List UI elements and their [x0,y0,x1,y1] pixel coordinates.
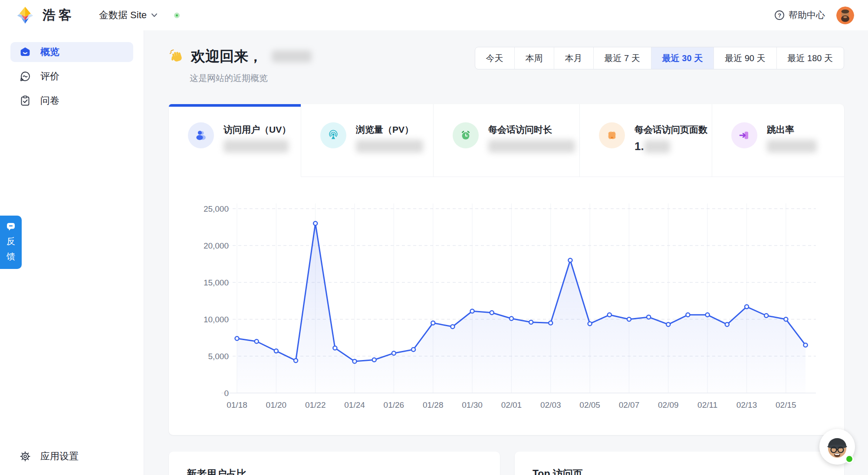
uv-trend-chart-area: 05,00010,00015,00020,00025,00001/1801/20… [169,177,844,435]
sidebar-item-label: 概览 [40,46,59,59]
stat-tab-pv[interactable]: 浏览量（PV） [301,104,434,177]
page-title: 欢迎回来， [169,47,312,66]
sidebar-item-reviews[interactable]: 评价 [10,66,133,86]
svg-text:25,000: 25,000 [204,204,229,213]
sidebar-item-app-settings[interactable]: 应用设置 [10,446,133,466]
new-vs-returning-users-panel: 新老用户占比 [169,452,500,475]
online-status-dot [845,455,854,463]
time-range-30-days[interactable]: 最近 30 天 [651,47,713,69]
svg-text:10,000: 10,000 [204,315,229,324]
svg-text:02/13: 02/13 [736,400,757,409]
stat-label: 每会话访问页面数 [635,124,707,136]
svg-text:01/30: 01/30 [462,400,483,409]
svg-text:01/22: 01/22 [305,400,326,409]
chevron-down-icon [151,13,158,17]
stat-tab-uv[interactable]: 访问用户（UV） [169,104,301,177]
svg-text:20,000: 20,000 [204,241,229,250]
svg-text:?: ? [778,12,781,19]
masked-stat-value [767,140,817,153]
sidebar-item-label: 评价 [40,70,59,83]
panel-title: 新老用户占比 [187,467,500,475]
feedback-label-char: 馈 [7,251,15,262]
page-subtitle: 这是网站的近期概览 [169,72,312,84]
user-avatar[interactable] [836,7,854,24]
svg-text:15,000: 15,000 [204,278,229,287]
svg-text:01/28: 01/28 [423,400,444,409]
time-range-7-days[interactable]: 最近 7 天 [593,47,651,69]
feedback-tab[interactable]: 反 馈 [0,216,22,269]
overview-card: 访问用户（UV） 浏览量（PV） [169,104,844,435]
feedback-label-char: 反 [7,236,15,247]
stat-label: 访问用户（UV） [224,124,291,136]
help-center-link[interactable]: ? 帮助中心 [774,9,825,21]
masked-stat-value [356,140,423,153]
stat-tab-bounce-rate[interactable]: 跳出率 [712,104,844,177]
masked-stat-value [224,140,289,153]
time-range-90-days[interactable]: 最近 90 天 [713,47,776,69]
chat-bubble-icon [19,71,31,82]
exit-arrow-icon [731,122,757,148]
main-content: 欢迎回来， 这是网站的近期概览 今天 本周 本月 最近 7 天 最近 30 天 … [144,30,868,475]
svg-text:01/18: 01/18 [227,400,247,409]
sidebar-item-surveys[interactable]: 问卷 [10,91,133,111]
masked-stat-value [488,140,575,153]
site-online-status-dot [174,13,180,18]
svg-text:01/24: 01/24 [344,400,365,409]
uv-trend-chart: 05,00010,00015,00020,00025,00001/1801/20… [169,177,844,435]
stat-tabs: 访问用户（UV） 浏览量（PV） [169,104,844,177]
feedback-chat-icon [6,221,16,232]
brand-name: 浩客 [43,7,75,24]
broadcast-icon [320,122,346,148]
top-bar: 浩客 金数据 Site ? 帮助中心 [0,0,868,30]
clipboard-check-icon [19,95,31,107]
svg-text:02/05: 02/05 [579,400,600,409]
svg-text:02/01: 02/01 [501,400,522,409]
stat-tab-session-duration[interactable]: 每会话访问时长 [434,104,580,177]
support-chat-avatar[interactable] [819,429,855,465]
svg-text:02/15: 02/15 [776,400,796,409]
svg-text:02/09: 02/09 [658,400,679,409]
sidebar-item-label: 问卷 [40,94,59,107]
overview-icon [19,46,31,58]
svg-text:02/07: 02/07 [619,400,640,409]
stat-label: 浏览量（PV） [356,124,423,136]
top-pages-panel: Top 访问页 [515,452,844,475]
svg-text:5,000: 5,000 [208,352,229,361]
time-range-today[interactable]: 今天 [475,47,514,69]
svg-text:0: 0 [224,389,229,398]
howxm-logo-icon [16,6,35,25]
svg-text:01/20: 01/20 [266,400,287,409]
masked-user-name [272,50,312,62]
workspace-name: 金数据 Site [99,9,147,22]
svg-text:01/26: 01/26 [384,400,404,409]
panel-title: Top 访问页 [533,467,844,475]
sidebar-item-label: 应用设置 [40,450,79,463]
time-range-180-days[interactable]: 最近 180 天 [776,47,844,69]
stat-label: 每会话访问时长 [488,124,575,136]
sidebar-item-overview[interactable]: 概览 [10,42,133,62]
question-circle-icon: ? [774,10,785,20]
stat-tab-pages-per-session[interactable]: 每会话访问页面数 1. [580,104,712,177]
browser-window-icon [599,122,625,148]
users-icon [188,122,214,148]
brand: 浩客 [16,6,75,25]
stat-label: 跳出率 [767,124,817,136]
time-range-selector: 今天 本周 本月 最近 7 天 最近 30 天 最近 90 天 最近 180 天 [475,47,844,69]
welcome-greeting: 欢迎回来， [191,47,263,66]
svg-text:02/03: 02/03 [540,400,561,409]
alarm-clock-icon [453,122,479,148]
waving-hand-icon [169,49,184,64]
time-range-this-week[interactable]: 本周 [514,47,554,69]
workspace-switcher[interactable]: 金数据 Site [99,9,158,22]
svg-text:02/11: 02/11 [697,400,717,409]
masked-stat-value [644,140,670,153]
time-range-this-month[interactable]: 本月 [554,47,593,69]
gear-icon [19,451,31,462]
help-center-label: 帮助中心 [789,9,825,21]
stat-value-prefix: 1. [635,140,644,153]
